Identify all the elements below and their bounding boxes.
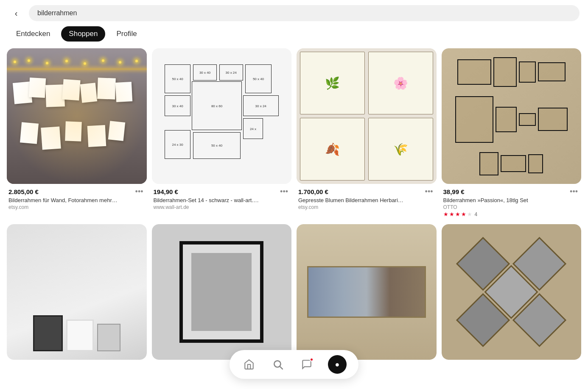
rating-count-4: 4 (475, 211, 478, 217)
product-source-2: www.wall-art.de (154, 204, 290, 210)
product-card-4[interactable]: 38,99 € ••• Bilderrahmen »Passion«, 18tl… (442, 48, 582, 219)
nav-messages-button[interactable] (299, 357, 314, 372)
product-price-3: 1.700,00 € (298, 188, 328, 195)
product-card-5[interactable] (7, 224, 147, 360)
star-4: ★ (461, 211, 466, 217)
product-source-1: etsy.com (8, 204, 145, 210)
botanical-frame-4: 🌾 (368, 118, 433, 181)
product-card-8[interactable] (442, 224, 582, 360)
product-price-4: 38,99 € (443, 188, 465, 195)
star-2: ★ (449, 211, 454, 217)
product-card-2[interactable]: 80 x 60 50 x 40 30 x 40 30 x 24 50 x 40 … (152, 48, 292, 219)
product-grid: 2.805,00 € ••• Bilderrahmen für Wand, Fo… (0, 48, 588, 360)
star-1: ★ (443, 211, 448, 217)
search-icon (272, 359, 283, 370)
product-price-2: 194,90 € (154, 188, 178, 195)
tab-bar: Entdecken Shoppen Profile (0, 26, 588, 42)
frame-layout-diagram: 80 x 60 50 x 40 30 x 40 30 x 24 50 x 40 … (162, 58, 281, 174)
product-title-4: Bilderrahmen »Passion«, 18tlg Set (443, 197, 580, 203)
product-card-6[interactable] (152, 224, 292, 360)
back-button[interactable]: ‹ (8, 6, 24, 21)
tab-profile[interactable]: Profile (109, 26, 144, 42)
botanical-frame-3: 🍂 (300, 118, 365, 181)
geometric-frame-grid (442, 224, 582, 360)
product-source-3: etsy.com (298, 204, 435, 210)
botanical-frame-2: 🌸 (368, 52, 433, 114)
product-title-3: Gepresste Blumen Bilderrahmen Herbari… (298, 197, 435, 203)
more-button-2[interactable]: ••• (278, 187, 290, 196)
product-card-7[interactable] (297, 224, 437, 360)
tab-entdecken[interactable]: Entdecken (8, 26, 58, 42)
nav-profile-button[interactable]: ● (328, 355, 347, 374)
svg-line-1 (280, 367, 283, 369)
product-card-1[interactable]: 2.805,00 € ••• Bilderrahmen für Wand, Fo… (7, 48, 147, 219)
notification-dot (310, 358, 314, 361)
tab-shoppen[interactable]: Shoppen (61, 26, 105, 42)
header: ‹ bilderrahmen (0, 0, 588, 26)
star-3: ★ (455, 211, 460, 217)
more-button-4[interactable]: ••• (568, 187, 580, 196)
product-price-1: 2.805,00 € (8, 188, 39, 195)
more-button-1[interactable]: ••• (134, 187, 145, 196)
bottom-nav: ● (230, 350, 358, 379)
nav-home-button[interactable] (241, 357, 257, 372)
star-5: ★ (467, 211, 472, 217)
product-source-4: OTTO (443, 204, 580, 210)
product-title-2: Bilderrahmen-Set 14 - schwarz - wall-art… (154, 197, 290, 203)
search-bar[interactable]: bilderrahmen (29, 5, 580, 21)
nav-search-button[interactable] (270, 357, 286, 372)
botanical-frame-1: 🌿 (300, 52, 365, 114)
product-card-3[interactable]: 🌿 🌸 🍂 🌾 1.700,00 € ••• Gepresste Blumen … (297, 48, 437, 219)
product-rating-4: ★ ★ ★ ★ ★ 4 (443, 211, 580, 217)
product-title-1: Bilderrahmen für Wand, Fotorahmen mehr… (8, 197, 145, 203)
more-button-3[interactable]: ••• (423, 187, 435, 196)
home-icon (244, 359, 255, 370)
profile-avatar: ● (335, 360, 340, 369)
